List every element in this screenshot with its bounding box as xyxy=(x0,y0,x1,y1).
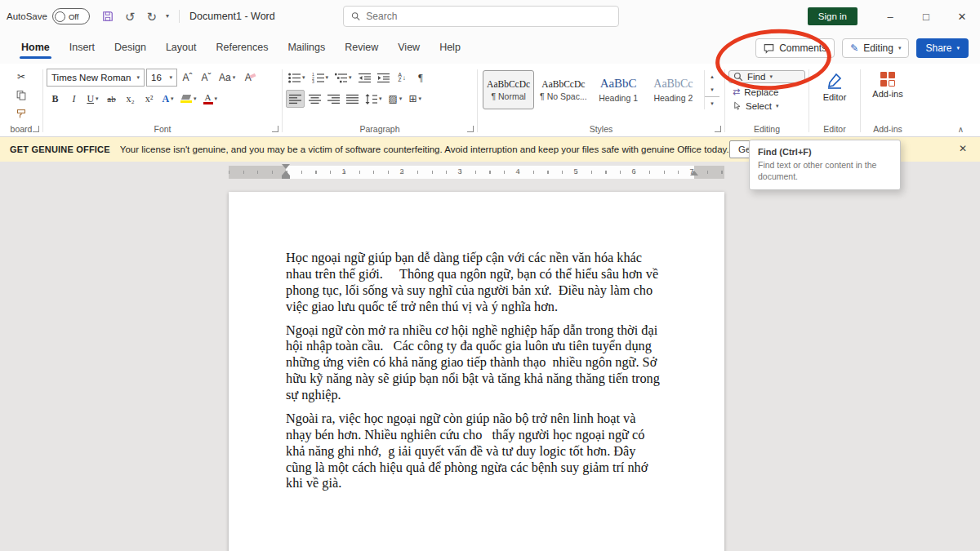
select-button[interactable]: Select ▾ xyxy=(728,100,805,112)
style-normal[interactable]: AaBbCcDc ¶ Normal xyxy=(483,70,534,109)
search-box[interactable] xyxy=(343,6,619,27)
font-dialog-launcher-icon[interactable] xyxy=(272,126,278,132)
tab-mailings[interactable]: Mailings xyxy=(278,34,335,62)
style-heading-1[interactable]: AaBbC Heading 1 xyxy=(593,70,644,109)
bullets-button[interactable]: ▾ xyxy=(286,69,308,87)
undo-button[interactable]: ↺ xyxy=(119,8,141,25)
align-center-button[interactable] xyxy=(306,90,323,108)
superscript-button[interactable]: x² xyxy=(140,90,158,108)
chevron-down-icon: ▾ xyxy=(379,96,382,102)
numbering-button[interactable]: 123 ▾ xyxy=(310,69,332,87)
font-name-value: Times New Roman xyxy=(51,73,132,82)
styles-gallery-scroll: ▴ ▾ ▾ xyxy=(704,70,719,109)
paragraph[interactable]: Ngoài ra, việc học ngoại ngữ còn giúp nã… xyxy=(286,411,663,491)
close-icon: ✕ xyxy=(959,143,967,154)
font-size-combobox[interactable]: 16 ▾ xyxy=(146,69,177,87)
document-title: Document1 - Word xyxy=(189,11,275,22)
addins-button[interactable]: Add-ins xyxy=(864,69,911,99)
search-input[interactable] xyxy=(366,11,611,22)
tab-design[interactable]: Design xyxy=(105,34,156,62)
sort-button[interactable]: AZ ↓ xyxy=(394,69,411,87)
document-page[interactable]: Học ngoại ngữ giúp bạn dễ dàng tiếp cận … xyxy=(229,192,724,551)
text-highlight-color-button[interactable]: ▾ xyxy=(178,90,199,108)
bold-button[interactable]: B xyxy=(47,90,64,108)
replace-button[interactable]: ⇄ Replace xyxy=(728,86,805,98)
underline-button[interactable]: U▾ xyxy=(84,90,101,108)
decrease-indent-button[interactable] xyxy=(356,69,373,87)
align-left-button[interactable] xyxy=(286,90,305,108)
tab-help[interactable]: Help xyxy=(430,34,470,62)
change-case-button[interactable]: Aa▾ xyxy=(216,69,238,87)
increase-indent-button[interactable] xyxy=(375,69,392,87)
banner-close-button[interactable]: ✕ xyxy=(959,143,967,154)
sign-in-button[interactable]: Sign in xyxy=(808,7,858,25)
share-button[interactable]: Share ▾ xyxy=(916,38,969,58)
font-name-combobox[interactable]: Times New Roman ▾ xyxy=(47,69,145,87)
minimize-button[interactable]: – xyxy=(872,0,908,33)
paragraph-dialog-launcher-icon[interactable] xyxy=(467,126,474,132)
autosave-toggle[interactable]: Off xyxy=(52,8,90,24)
italic-button[interactable]: I xyxy=(65,90,82,108)
strikethrough-button[interactable]: ab xyxy=(103,90,120,108)
document-text: Học ngoại ngữ giúp bạn dễ dàng tiếp cận … xyxy=(229,192,724,491)
style-no-spacing[interactable]: AaBbCcDc ¶ No Spac... xyxy=(537,70,589,109)
tab-layout[interactable]: Layout xyxy=(156,34,207,62)
comments-button[interactable]: Comments xyxy=(755,38,835,58)
justify-button[interactable] xyxy=(344,90,361,108)
style-heading-2[interactable]: AaBbCc Heading 2 xyxy=(648,70,699,109)
tab-home[interactable]: Home xyxy=(11,34,60,62)
show-formatting-marks-button[interactable]: ¶ xyxy=(412,69,430,87)
copy-button[interactable] xyxy=(3,87,39,103)
collapse-ribbon-button[interactable]: ∧ xyxy=(958,125,964,134)
tab-review[interactable]: Review xyxy=(335,34,388,62)
styles-scroll-down-button[interactable]: ▾ xyxy=(705,83,719,96)
ruler-number: 3 xyxy=(457,167,461,176)
styles-more-button[interactable]: ▾ xyxy=(705,96,719,109)
customize-quick-access-button[interactable]: ▾ xyxy=(163,11,172,22)
editing-group: Find ▾ ⇄ Replace Select ▾ Editing xyxy=(725,65,808,136)
left-indent-marker[interactable] xyxy=(282,176,290,179)
paragraph[interactable]: Học ngoại ngữ giúp bạn dễ dàng tiếp cận … xyxy=(286,250,663,315)
clipboard-dialog-launcher-icon[interactable] xyxy=(33,126,39,132)
editor-button-label: Editor xyxy=(823,92,847,102)
first-line-indent-marker[interactable] xyxy=(282,164,290,169)
justify-icon xyxy=(346,94,359,104)
clear-formatting-button[interactable]: A xyxy=(239,69,256,87)
font-color-button[interactable]: A ▾ xyxy=(201,90,220,108)
horizontal-ruler[interactable]: 1 2 3 4 5 6 7 xyxy=(229,166,724,179)
subscript-button[interactable]: x₂ xyxy=(122,90,139,108)
tooltip-title: Find (Ctrl+F) xyxy=(750,140,900,159)
chevron-down-icon: ▾ xyxy=(399,96,403,102)
styles-scroll-up-button[interactable]: ▴ xyxy=(705,70,719,83)
chevron-down-icon: ▾ xyxy=(349,74,352,81)
text-effects-button[interactable]: A▾ xyxy=(159,90,176,108)
redo-button[interactable]: ↻ xyxy=(140,8,163,25)
editing-mode-button[interactable]: ✎ Editing ▾ xyxy=(842,38,909,58)
align-right-button[interactable] xyxy=(325,90,342,108)
paragraph[interactable]: Ngoại ngữ còn mở ra nhiều cơ hội nghề ng… xyxy=(286,322,663,403)
ruler-number: 2 xyxy=(399,167,403,176)
tab-insert[interactable]: Insert xyxy=(60,34,105,62)
styles-dialog-launcher-icon[interactable] xyxy=(715,126,721,132)
close-button[interactable]: ✕ xyxy=(944,0,980,33)
tab-view[interactable]: View xyxy=(388,34,430,62)
style-sample: AaBbC xyxy=(600,77,637,91)
cut-button[interactable]: ✂ xyxy=(3,69,39,84)
find-button[interactable]: Find ▾ xyxy=(728,70,805,83)
minimize-icon: – xyxy=(887,11,893,23)
shading-button[interactable]: ▨▾ xyxy=(386,90,405,108)
line-spacing-button[interactable]: ▾ xyxy=(363,90,385,108)
right-indent-marker[interactable] xyxy=(690,171,698,176)
maximize-button[interactable]: □ xyxy=(908,0,944,33)
editor-button[interactable]: Editor xyxy=(813,69,857,102)
grow-font-button[interactable]: Aˆ xyxy=(179,69,196,87)
svg-text:3: 3 xyxy=(312,79,314,83)
borders-button[interactable]: ⊞▾ xyxy=(406,90,424,108)
format-painter-button[interactable] xyxy=(3,106,39,122)
tab-references[interactable]: References xyxy=(206,34,278,62)
multilevel-list-button[interactable]: ▾ xyxy=(332,69,354,87)
ruler-number: 4 xyxy=(515,167,519,176)
save-button[interactable] xyxy=(96,8,119,24)
shrink-font-button[interactable]: Aˇ xyxy=(198,69,215,87)
ruler-number: 6 xyxy=(631,167,635,176)
